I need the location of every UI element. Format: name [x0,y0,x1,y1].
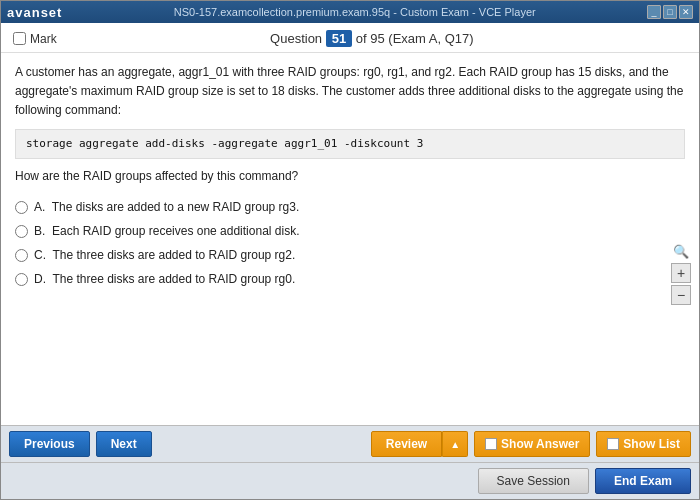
review-dropdown-button[interactable]: ▲ [442,431,468,457]
zoom-out-button[interactable]: − [671,285,691,305]
question-content-area: A customer has an aggregate, aggr1_01 wi… [1,53,699,425]
title-bar-left: avanset [7,5,62,20]
radio-d[interactable] [15,273,28,286]
show-list-label: Show List [623,437,680,451]
end-exam-button[interactable]: End Exam [595,468,691,494]
mark-checkbox[interactable] [13,32,26,45]
answer-text-a: A. The disks are added to a new RAID gro… [34,198,299,216]
save-session-button[interactable]: Save Session [478,468,589,494]
review-split-button: Review ▲ [371,431,468,457]
logo-text-2: set [41,5,63,20]
zoom-controls: 🔍 + − [671,241,691,305]
question-total: of 95 (Exam A, Q17) [356,31,474,46]
show-list-button[interactable]: Show List [596,431,691,457]
app-logo: avanset [7,5,62,20]
show-answer-button[interactable]: Show Answer [474,431,590,457]
question-sub: How are the RAID groups affected by this… [15,167,685,185]
zoom-in-button[interactable]: + [671,263,691,283]
maximize-button[interactable]: □ [663,5,677,19]
question-number-area: Question 51 of 95 (Exam A, Q17) [57,31,687,46]
question-number: 51 [326,30,352,47]
mark-container: Mark [13,32,57,46]
title-bar-controls: _ □ ✕ [647,5,693,19]
bottom-toolbar-row1: Previous Next Review ▲ Show Answer Show … [1,425,699,462]
radio-b[interactable] [15,225,28,238]
answer-option-d: D. The three disks are added to RAID gro… [15,267,685,291]
question-header: Mark Question 51 of 95 (Exam A, Q17) [1,23,699,53]
title-bar: avanset NS0-157.examcollection.premium.e… [1,1,699,23]
main-area: Mark Question 51 of 95 (Exam A, Q17) A c… [1,23,699,499]
bottom-toolbar-row2: Save Session End Exam [1,462,699,499]
review-button[interactable]: Review [371,431,442,457]
previous-button[interactable]: Previous [9,431,90,457]
show-answer-checkbox [485,438,497,450]
mark-label: Mark [30,32,57,46]
close-button[interactable]: ✕ [679,5,693,19]
show-list-checkbox [607,438,619,450]
show-answer-label: Show Answer [501,437,579,451]
question-label: Question [270,31,322,46]
question-text: A customer has an aggregate, aggr1_01 wi… [15,63,685,121]
question-body: A customer has an aggregate, aggr1_01 wi… [1,53,699,301]
answer-text-b: B. Each RAID group receives one addition… [34,222,299,240]
search-icon[interactable]: 🔍 [671,241,691,261]
answer-option-c: C. The three disks are added to RAID gro… [15,243,685,267]
window-title: NS0-157.examcollection.premium.exam.95q … [62,6,647,18]
next-button[interactable]: Next [96,431,152,457]
answer-option-a: A. The disks are added to a new RAID gro… [15,195,685,219]
radio-a[interactable] [15,201,28,214]
answer-option-b: B. Each RAID group receives one addition… [15,219,685,243]
command-block: storage aggregate add-disks -aggregate a… [15,129,685,160]
main-window: avanset NS0-157.examcollection.premium.e… [0,0,700,500]
minimize-button[interactable]: _ [647,5,661,19]
logo-text-1: avan [7,5,41,20]
answer-text-c: C. The three disks are added to RAID gro… [34,246,295,264]
radio-c[interactable] [15,249,28,262]
answer-text-d: D. The three disks are added to RAID gro… [34,270,295,288]
